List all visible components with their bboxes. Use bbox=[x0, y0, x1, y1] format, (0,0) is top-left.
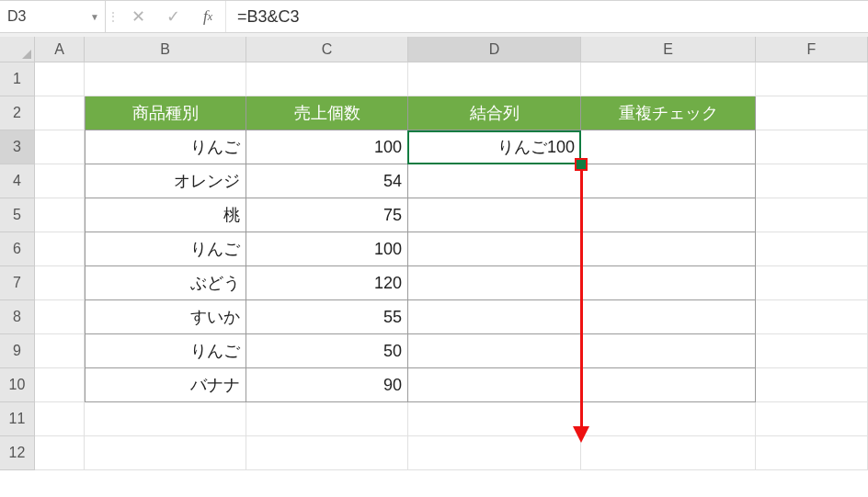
cell-F7[interactable] bbox=[756, 266, 868, 300]
cell-D7[interactable] bbox=[408, 266, 581, 300]
row-10: 10 バナナ 90 bbox=[0, 368, 868, 402]
cell-A11[interactable] bbox=[35, 402, 85, 436]
row-header-3[interactable]: 3 bbox=[0, 130, 35, 164]
row-header-2[interactable]: 2 bbox=[0, 96, 35, 130]
cell-B1[interactable] bbox=[85, 62, 246, 96]
cell-A10[interactable] bbox=[35, 368, 85, 402]
cell-B2[interactable]: 商品種別 bbox=[85, 96, 246, 130]
cell-B4[interactable]: オレンジ bbox=[85, 164, 246, 198]
cell-B8[interactable]: すいか bbox=[85, 300, 246, 334]
row-header-11[interactable]: 11 bbox=[0, 402, 35, 436]
row-header-1[interactable]: 1 bbox=[0, 62, 35, 96]
cancel-icon[interactable]: ✕ bbox=[120, 1, 155, 32]
row-header-8[interactable]: 8 bbox=[0, 300, 35, 334]
row-header-5[interactable]: 5 bbox=[0, 198, 35, 232]
cell-B5[interactable]: 桃 bbox=[85, 198, 246, 232]
cell-C11[interactable] bbox=[246, 402, 408, 436]
cell-D1[interactable] bbox=[408, 62, 581, 96]
cell-F12[interactable] bbox=[756, 436, 868, 470]
cell-F5[interactable] bbox=[756, 198, 868, 232]
cell-A12[interactable] bbox=[35, 436, 85, 470]
cell-E4[interactable] bbox=[581, 164, 756, 198]
cell-A6[interactable] bbox=[35, 232, 85, 266]
col-header-F[interactable]: F bbox=[756, 37, 868, 62]
cell-E7[interactable] bbox=[581, 266, 756, 300]
cell-C2[interactable]: 売上個数 bbox=[246, 96, 408, 130]
cell-C5[interactable]: 75 bbox=[246, 198, 408, 232]
cell-D6[interactable] bbox=[408, 232, 581, 266]
cell-B10[interactable]: バナナ bbox=[85, 368, 246, 402]
cell-F8[interactable] bbox=[756, 300, 868, 334]
annotation-arrow-head-icon bbox=[573, 426, 589, 443]
cell-E3[interactable] bbox=[581, 130, 756, 164]
cell-C9[interactable]: 50 bbox=[246, 334, 408, 368]
cell-E2[interactable]: 重複チェック bbox=[581, 96, 756, 130]
cell-E9[interactable] bbox=[581, 334, 756, 368]
confirm-icon[interactable]: ✓ bbox=[155, 1, 190, 32]
cell-B6[interactable]: りんご bbox=[85, 232, 246, 266]
cell-C1[interactable] bbox=[246, 62, 408, 96]
formula-input[interactable]: =B3&C3 bbox=[226, 1, 868, 32]
cell-E11[interactable] bbox=[581, 402, 756, 436]
cell-D10[interactable] bbox=[408, 368, 581, 402]
chevron-down-icon[interactable]: ▼ bbox=[90, 12, 99, 22]
cell-A1[interactable] bbox=[35, 62, 85, 96]
cell-D12[interactable] bbox=[408, 436, 581, 470]
cell-C7[interactable]: 120 bbox=[246, 266, 408, 300]
col-header-B[interactable]: B bbox=[85, 37, 246, 62]
cell-F11[interactable] bbox=[756, 402, 868, 436]
row-header-6[interactable]: 6 bbox=[0, 232, 35, 266]
cell-E6[interactable] bbox=[581, 232, 756, 266]
row-header-9[interactable]: 9 bbox=[0, 334, 35, 368]
cell-F10[interactable] bbox=[756, 368, 868, 402]
cell-D11[interactable] bbox=[408, 402, 581, 436]
cell-B7[interactable]: ぶどう bbox=[85, 266, 246, 300]
cell-C6[interactable]: 100 bbox=[246, 232, 408, 266]
cell-A4[interactable] bbox=[35, 164, 85, 198]
cell-B9[interactable]: りんご bbox=[85, 334, 246, 368]
row-header-7[interactable]: 7 bbox=[0, 266, 35, 300]
cell-C10[interactable]: 90 bbox=[246, 368, 408, 402]
cell-D2[interactable]: 結合列 bbox=[408, 96, 581, 130]
cell-F3[interactable] bbox=[756, 130, 868, 164]
cell-E5[interactable] bbox=[581, 198, 756, 232]
cell-B12[interactable] bbox=[85, 436, 246, 470]
cell-B11[interactable] bbox=[85, 402, 246, 436]
cell-F9[interactable] bbox=[756, 334, 868, 368]
cell-B3[interactable]: りんご bbox=[85, 130, 246, 164]
col-header-D[interactable]: D bbox=[408, 37, 581, 62]
cell-E10[interactable] bbox=[581, 368, 756, 402]
cell-C3[interactable]: 100 bbox=[246, 130, 408, 164]
col-header-E[interactable]: E bbox=[581, 37, 756, 62]
cell-F4[interactable] bbox=[756, 164, 868, 198]
cell-A8[interactable] bbox=[35, 300, 85, 334]
cell-A3[interactable] bbox=[35, 130, 85, 164]
cell-F1[interactable] bbox=[756, 62, 868, 96]
select-all-corner[interactable] bbox=[0, 37, 35, 62]
fx-icon[interactable]: fx bbox=[190, 1, 225, 32]
cell-E8[interactable] bbox=[581, 300, 756, 334]
cell-D8[interactable] bbox=[408, 300, 581, 334]
row-header-10[interactable]: 10 bbox=[0, 368, 35, 402]
cell-D5[interactable] bbox=[408, 198, 581, 232]
cell-D9[interactable] bbox=[408, 334, 581, 368]
col-header-A[interactable]: A bbox=[35, 37, 85, 62]
cell-C8[interactable]: 55 bbox=[246, 300, 408, 334]
cell-D4[interactable] bbox=[408, 164, 581, 198]
col-header-C[interactable]: C bbox=[246, 37, 408, 62]
fill-handle[interactable] bbox=[575, 158, 588, 171]
cell-C12[interactable] bbox=[246, 436, 408, 470]
cell-C4[interactable]: 54 bbox=[246, 164, 408, 198]
cell-F2[interactable] bbox=[756, 96, 868, 130]
cell-A9[interactable] bbox=[35, 334, 85, 368]
cell-A2[interactable] bbox=[35, 96, 85, 130]
cell-A5[interactable] bbox=[35, 198, 85, 232]
cell-E12[interactable] bbox=[581, 436, 756, 470]
cell-E1[interactable] bbox=[581, 62, 756, 96]
cell-F6[interactable] bbox=[756, 232, 868, 266]
cell-D3[interactable]: りんご100 bbox=[408, 130, 581, 164]
cell-A7[interactable] bbox=[35, 266, 85, 300]
name-box[interactable]: D3 ▼ bbox=[0, 1, 106, 32]
row-header-4[interactable]: 4 bbox=[0, 164, 35, 198]
row-header-12[interactable]: 12 bbox=[0, 436, 35, 470]
